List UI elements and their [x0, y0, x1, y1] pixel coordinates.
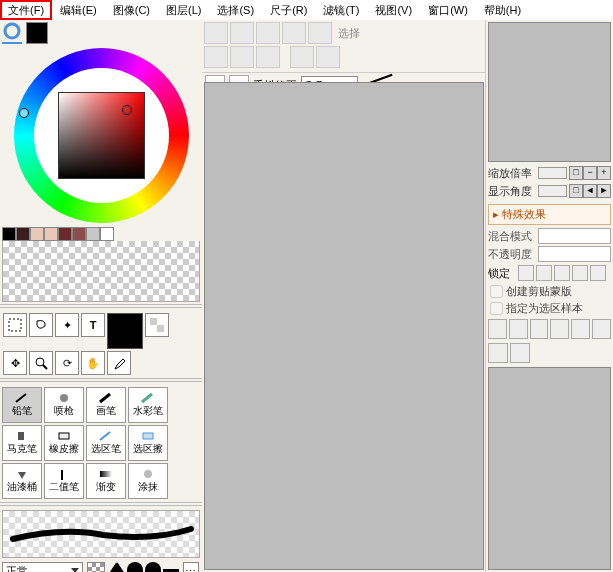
preserve-opacity-toggle[interactable] — [87, 562, 105, 572]
svg-rect-9 — [59, 433, 69, 439]
canvas[interactable] — [204, 82, 484, 570]
lock-pixels-icon[interactable] — [518, 265, 534, 281]
clear-layer-button[interactable] — [571, 319, 590, 339]
swatch[interactable] — [30, 227, 44, 241]
angle-left[interactable]: ◄ — [583, 184, 597, 198]
sel-op-5[interactable] — [308, 22, 332, 44]
sel-b1[interactable] — [204, 46, 228, 68]
angle-right[interactable]: ► — [597, 184, 611, 198]
lock-move-icon[interactable] — [554, 265, 570, 281]
sel-b2[interactable] — [230, 46, 254, 68]
zoom-slider[interactable] — [538, 167, 567, 179]
layers-list[interactable] — [488, 367, 611, 570]
brush-pencil[interactable]: 铅笔 — [2, 387, 42, 423]
brush-selpen[interactable]: 选区笔 — [86, 425, 126, 461]
brush-gradient[interactable]: 渐变 — [86, 463, 126, 499]
tip-settings-button[interactable]: ⋯ — [183, 562, 199, 572]
sel-op-2[interactable] — [230, 22, 254, 44]
brush-airbrush[interactable]: 喷枪 — [44, 387, 84, 423]
brush-blur[interactable]: 涂抹 — [128, 463, 168, 499]
menu-edit[interactable]: 编辑(E) — [52, 0, 105, 20]
sel-b4[interactable] — [290, 46, 314, 68]
eyedropper-tool[interactable] — [107, 351, 131, 375]
new-layer-button[interactable] — [488, 319, 507, 339]
rect-select-tool[interactable] — [3, 313, 27, 337]
tip-dome[interactable] — [127, 562, 143, 573]
swatch[interactable] — [16, 227, 30, 241]
zoom-minus[interactable]: − — [583, 166, 597, 180]
swatch[interactable] — [72, 227, 86, 241]
fx-header[interactable]: 特殊效果 — [488, 204, 611, 225]
opacity-field[interactable] — [538, 246, 611, 262]
tool-row-2: ✥ ⟳ ✋ — [0, 350, 202, 376]
swatch[interactable] — [2, 227, 16, 241]
swatch[interactable] — [44, 227, 58, 241]
brush-bucket[interactable]: 油漆桶 — [2, 463, 42, 499]
sel-op-4[interactable] — [282, 22, 306, 44]
lock-alpha-icon[interactable] — [536, 265, 552, 281]
rotate-tool[interactable]: ⟳ — [55, 351, 79, 375]
menu-window[interactable]: 窗口(W) — [420, 0, 476, 20]
angle-reset[interactable]: □ — [569, 184, 583, 198]
foreground-swatch[interactable] — [26, 22, 48, 44]
sel-op-1[interactable] — [204, 22, 228, 44]
swatch[interactable] — [86, 227, 100, 241]
sv-square[interactable] — [58, 92, 145, 179]
zoom-plus[interactable]: + — [597, 166, 611, 180]
brush-binary[interactable]: 二值笔 — [44, 463, 84, 499]
layer-buttons — [486, 317, 613, 341]
sv-cursor[interactable] — [122, 105, 132, 115]
color-wheel-tab-icon[interactable] — [2, 22, 22, 40]
brush-eraser[interactable]: 橡皮擦 — [44, 425, 84, 461]
svg-rect-10 — [143, 433, 153, 439]
magic-wand-tool[interactable]: ✦ — [55, 313, 79, 337]
svg-rect-3 — [150, 318, 157, 325]
swatch-grid-empty[interactable] — [2, 241, 200, 302]
lock-all-icon[interactable] — [590, 265, 606, 281]
lasso-tool[interactable] — [29, 313, 53, 337]
brush-watercolor[interactable]: 水彩笔 — [128, 387, 168, 423]
brush-brush[interactable]: 画笔 — [86, 387, 126, 423]
menu-filter[interactable]: 滤镜(T) — [315, 0, 367, 20]
sel-sample-checkbox[interactable]: 指定为选区样本 — [486, 300, 613, 317]
angle-slider[interactable] — [538, 185, 567, 197]
menu-bar: 文件(F) 编辑(E) 图像(C) 图层(L) 选择(S) 尺子(R) 滤镜(T… — [0, 0, 613, 21]
color-wheel[interactable] — [14, 48, 189, 223]
brush-seleraser[interactable]: 选区擦 — [128, 425, 168, 461]
navigator[interactable] — [488, 22, 611, 162]
menu-ruler[interactable]: 尺子(R) — [262, 0, 315, 20]
text-tool[interactable]: T — [81, 313, 105, 337]
swatch[interactable] — [100, 227, 114, 241]
blend-field[interactable] — [538, 228, 611, 244]
delete-layer-button[interactable] — [488, 343, 508, 363]
blend-mode-dropdown[interactable]: 正常 — [2, 562, 83, 572]
new-mask-button[interactable] — [550, 319, 569, 339]
brush-marker[interactable]: 马克笔 — [2, 425, 42, 461]
sel-b5[interactable] — [316, 46, 340, 68]
menu-file[interactable]: 文件(F) — [0, 0, 52, 20]
merge-down-button[interactable] — [592, 319, 611, 339]
move-tool[interactable]: ✥ — [3, 351, 27, 375]
sel-b3[interactable] — [256, 46, 280, 68]
layer-misc-button[interactable] — [510, 343, 530, 363]
tip-sharp[interactable] — [109, 562, 125, 573]
sel-op-3[interactable] — [256, 22, 280, 44]
new-linework-button[interactable] — [509, 319, 528, 339]
menu-select[interactable]: 选择(S) — [209, 0, 262, 20]
hue-cursor[interactable] — [19, 108, 29, 118]
hand-tool[interactable]: ✋ — [81, 351, 105, 375]
menu-layer[interactable]: 图层(L) — [158, 0, 209, 20]
current-color[interactable] — [107, 313, 143, 349]
clipping-checkbox[interactable]: 创建剪贴蒙版 — [486, 283, 613, 300]
menu-view[interactable]: 视图(V) — [367, 0, 420, 20]
menu-help[interactable]: 帮助(H) — [476, 0, 529, 20]
menu-image[interactable]: 图像(C) — [105, 0, 158, 20]
new-folder-button[interactable] — [530, 319, 549, 339]
swatch[interactable] — [58, 227, 72, 241]
tip-round[interactable] — [145, 562, 161, 573]
transparent-toggle[interactable] — [145, 313, 169, 337]
zoom-reset[interactable]: □ — [569, 166, 583, 180]
lock-brush-icon[interactable] — [572, 265, 588, 281]
zoom-tool[interactable] — [29, 351, 53, 375]
tip-flat[interactable] — [163, 569, 179, 573]
